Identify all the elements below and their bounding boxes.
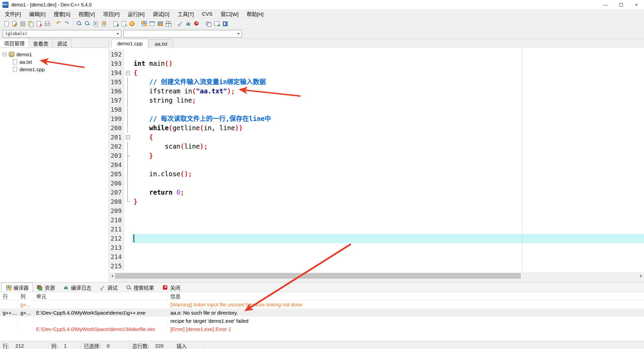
menu-cvs[interactable]: CVS [198,10,217,18]
profile-button[interactable] [184,19,193,28]
menu-debug[interactable]: 调试[D] [149,10,173,18]
code-line[interactable]: 212 [109,234,644,243]
compiler-output-row[interactable]: E:\Dev-Cpp5.4.0\MyWorkSpace\demo1\Makefi… [0,325,644,333]
save-button[interactable] [18,19,27,28]
open-button[interactable] [10,19,18,28]
tab-close-panel[interactable]: 关闭 [158,283,184,292]
code-line[interactable]: 201 { [109,133,644,142]
rebuild-all-button[interactable] [164,19,172,28]
tab-compiler[interactable]: 编译器 [1,283,33,292]
tab-resource[interactable]: 资源 [33,283,59,292]
tab-class-view[interactable]: 查看类 [29,39,53,47]
project-options-icon [129,20,135,27]
compiler-grid-icon [5,285,11,290]
menu-search[interactable]: 搜索[S] [50,10,74,18]
code-line[interactable]: 215 [109,261,644,271]
redo-button[interactable] [63,19,71,28]
code-line[interactable]: 211 [109,225,644,234]
code-line[interactable]: 210 [109,215,644,225]
print-button[interactable] [43,19,51,28]
code-line[interactable]: 206 [109,179,644,188]
horizontal-scrollbar[interactable] [109,273,644,278]
tab-debug[interactable]: 调试 [52,39,72,47]
abort-compilation-button[interactable] [193,19,201,28]
save-all-button[interactable] [27,19,35,28]
menu-run[interactable]: 运行[R] [124,10,149,18]
new-window-button[interactable] [213,19,221,28]
code-line[interactable]: 196 ifstream in("aa.txt"); [109,87,644,96]
tree-node-file[interactable]: demo1.cpp [0,65,109,73]
code-line[interactable]: 200 while(getline(in, line)) [109,123,644,133]
collapse-icon[interactable] [3,52,6,56]
code-line[interactable]: 204 [109,160,644,169]
code-line[interactable]: 199 // 每次读取文件上的一行,保存在line中 [109,114,644,123]
scroll-right-icon[interactable] [638,273,644,279]
fold-toggle-icon[interactable] [124,133,132,142]
code-line[interactable]: 195 // 创建文件输入流变量in绑定输入数据 [109,77,644,87]
table-cell: E:\Dev-Cpp5.4.0\MyWorkSpace\demo1\g++.ex… [33,308,168,317]
tab-project-manager[interactable]: 项目管理 [0,39,29,47]
code-line[interactable]: 202 scan(line); [109,142,644,151]
compile-button[interactable] [140,19,148,28]
restore-button[interactable] [613,0,629,10]
run-button[interactable] [148,19,156,28]
chevron-down-icon[interactable] [235,30,242,37]
find-in-files-button[interactable] [83,19,91,28]
window-list-button[interactable] [204,19,213,28]
code-line[interactable]: 194{ [109,68,644,77]
tab-search-results[interactable]: 搜索结果 [122,283,158,292]
scrollbar-thumb[interactable] [115,273,521,278]
tree-node-file[interactable]: aa.txt [0,58,109,65]
debug-button[interactable] [176,19,184,28]
code-line[interactable]: 193int main() [109,59,644,68]
menu-view[interactable]: 视图[V] [74,10,99,18]
find-button[interactable] [75,19,83,28]
add-to-project-button[interactable] [111,19,120,28]
menu-project[interactable]: 项目[P] [99,10,124,18]
code-line[interactable]: 198 [109,105,644,114]
code-line[interactable]: 207 return 0; [109,188,644,197]
chevron-down-icon[interactable] [115,30,121,37]
close-button[interactable]: × [629,0,644,10]
code-line[interactable]: 192 [109,50,644,59]
members-combobox[interactable] [123,30,242,37]
code-editor[interactable]: 192193int main()194{195 // 创建文件输入流变量in绑定… [109,48,644,273]
project-options-button[interactable] [128,19,136,28]
close-file-button[interactable] [35,19,43,28]
compile-and-run-button[interactable] [156,19,164,28]
remove-from-project-button[interactable] [120,19,128,28]
minimize-button[interactable]: — [598,0,613,10]
menu-help[interactable]: 帮助[H] [243,10,267,18]
replace-button[interactable] [91,19,99,28]
globals-combobox[interactable]: (globals) [3,30,121,37]
menu-edit[interactable]: 编辑[E] [25,10,50,18]
fold-toggle-icon[interactable] [124,68,132,77]
code-line[interactable]: 214 [109,252,644,261]
compiler-output-row[interactable]: g++....g+...E:\Dev-Cpp5.4.0\MyWorkSpace\… [0,308,644,317]
compiler-output-row[interactable]: recipe for target 'demo1.exe' failed [0,317,644,325]
print-icon [44,20,50,27]
goto-line-button[interactable] [99,19,108,28]
scroll-left-icon[interactable] [109,273,115,279]
code-line[interactable]: 209 [109,206,644,215]
fold-margin [124,151,132,160]
fullscreen-button[interactable] [221,19,229,28]
compiler-output-row[interactable]: g+...[Warning] linker input file unused … [0,300,644,308]
code-line[interactable]: 197 string line; [109,96,644,105]
tree-node-project[interactable]: demo1 [0,50,109,58]
status-column: 列:1 [48,341,81,349]
editor-tab-demo1cpp[interactable]: demo1.cpp [111,39,148,48]
tab-debug-output[interactable]: 调试 [95,283,122,292]
tab-compile-log[interactable]: 编译日志 [59,283,95,292]
undo-button[interactable] [55,19,63,28]
menu-window[interactable]: 窗口[W] [217,10,243,18]
editor-tab-aatxt[interactable]: aa.txt [149,39,173,48]
code-line[interactable]: 208} [109,197,644,206]
code-line[interactable]: 213 [109,243,644,252]
code-line[interactable]: 203 } [109,151,644,160]
code-line[interactable]: 205 in.close(); [109,169,644,179]
menu-tools[interactable]: 工具[T] [173,10,198,18]
new-file-button[interactable] [2,19,10,28]
menu-file[interactable]: 文件[F] [1,10,25,18]
fold-margin [124,215,132,225]
